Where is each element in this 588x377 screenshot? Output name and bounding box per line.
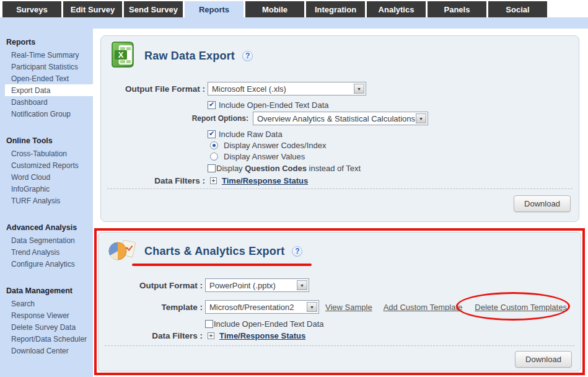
- sidebar-section-title: Reports: [0, 36, 93, 49]
- sidebar-item-data-segmentation[interactable]: Data Segmentation: [0, 234, 93, 246]
- chevron-down-icon: ▼: [416, 113, 426, 123]
- download-button[interactable]: Download: [514, 195, 571, 212]
- tab-surveys[interactable]: Surveys: [2, 1, 61, 17]
- include-open-ended-checkbox[interactable]: [205, 320, 213, 328]
- output-file-format-select[interactable]: Microsoft Excel (.xls) ▼: [208, 82, 366, 95]
- template-label: Template :: [99, 303, 203, 312]
- sidebar-section-reports: Reports Real-Time Summary Participant St…: [0, 36, 93, 120]
- question-codes-row: Display Question Codes instead of Text: [208, 164, 361, 173]
- data-filters-row: Data Filters : + Time/Response Status: [101, 176, 308, 185]
- sidebar-item-open-ended-text[interactable]: Open-Ended Text: [0, 73, 93, 84]
- charts-analytics-export-panel: Charts & Analytics Export ? Output Forma…: [98, 232, 581, 371]
- question-codes-label: Display Question Codes instead of Text: [216, 164, 361, 173]
- time-response-status-link[interactable]: Time/Response Status: [222, 176, 308, 185]
- answer-values-row: Display Answer Values: [210, 152, 305, 161]
- sidebar-item-download-center[interactable]: Download Center: [0, 345, 93, 357]
- include-open-ended-label: Include Open-Ended Text Data: [214, 319, 324, 329]
- data-filters-label: Data Filters :: [99, 331, 203, 340]
- sidebar-item-configure-analytics[interactable]: Configure Analytics: [0, 258, 93, 270]
- top-nav: Surveys Edit Survey Send Survey Reports …: [0, 0, 588, 17]
- view-sample-link[interactable]: View Sample: [325, 303, 372, 312]
- help-icon[interactable]: ?: [242, 51, 253, 61]
- display-answer-codes-radio[interactable]: [210, 141, 218, 149]
- download-button[interactable]: Download: [515, 351, 572, 368]
- red-annotation-rectangle: Charts & Analytics Export ? Output Forma…: [94, 228, 585, 375]
- tab-integration[interactable]: Integration: [306, 1, 365, 17]
- report-options-label: Report Options:: [101, 114, 248, 123]
- chevron-down-icon: ▼: [354, 84, 364, 94]
- tab-send-survey[interactable]: Send Survey: [124, 1, 183, 17]
- tab-mobile[interactable]: Mobile: [245, 1, 304, 17]
- sidebar-item-search[interactable]: Search: [0, 298, 93, 309]
- charts-export-header: Charts & Analytics Export ?: [107, 237, 302, 265]
- sidebar-item-delete-survey-data[interactable]: Delete Survey Data: [0, 321, 93, 333]
- pie-chart-icon: [107, 237, 137, 265]
- display-answer-values-label: Display Answer Values: [224, 152, 305, 161]
- tab-panels[interactable]: Panels: [428, 1, 486, 17]
- sidebar-section-advanced-analysis: Advanced Analysis Data Segmentation Tren…: [0, 221, 93, 270]
- sidebar-item-cross-tabulation[interactable]: Cross-Tabulation: [0, 148, 93, 159]
- output-file-format-label: Output File Format :: [101, 84, 205, 94]
- help-icon[interactable]: ?: [292, 246, 302, 257]
- include-open-ended-label: Include Open-Ended Text Data: [219, 100, 329, 110]
- sidebar-item-word-cloud[interactable]: Word Cloud: [0, 171, 93, 183]
- display-answer-values-radio[interactable]: [210, 153, 218, 161]
- divider: [107, 188, 573, 189]
- sidebar-section-data-management: Data Management Search Response Viewer D…: [0, 285, 93, 357]
- output-format-label: Output Format :: [99, 281, 203, 290]
- expand-plus-icon[interactable]: +: [210, 177, 217, 184]
- sidebar-item-report-data-scheduler[interactable]: Report/Data Scheduler: [0, 333, 93, 345]
- sidebar: Reports Real-Time Summary Participant St…: [0, 29, 93, 377]
- nav-underline-strip: [0, 17, 588, 29]
- sidebar-item-participant-statistics[interactable]: Participant Statistics: [0, 61, 93, 73]
- report-options-select[interactable]: Overview Analytics & Statistical Calcula…: [253, 112, 428, 125]
- question-codes-checkbox[interactable]: [208, 164, 216, 172]
- output-format-row: Output Format : PowerPoint (.pptx) ▼: [99, 278, 309, 292]
- tab-analytics[interactable]: Analytics: [367, 1, 426, 17]
- template-value: Microsoft/Presentation2: [206, 303, 307, 312]
- tab-edit-survey[interactable]: Edit Survey: [63, 1, 122, 17]
- sidebar-item-dashboard[interactable]: Dashboard: [0, 96, 93, 108]
- sidebar-item-notification-group[interactable]: Notification Group: [0, 108, 93, 120]
- sidebar-section-online-tools: Online Tools Cross-Tabulation Customized…: [0, 135, 93, 206]
- expand-plus-icon[interactable]: +: [208, 332, 214, 339]
- include-raw-data-label: Include Raw Data: [219, 130, 283, 139]
- sidebar-item-export-data[interactable]: Export Data: [5, 84, 93, 96]
- sidebar-item-real-time-summary[interactable]: Real-Time Summary: [0, 49, 93, 61]
- include-open-ended-row: Include Open-Ended Text Data: [205, 319, 324, 329]
- panel-title: Raw Data Export: [144, 50, 235, 63]
- divider: [105, 345, 574, 346]
- add-custom-template-link[interactable]: Add Custom Template: [384, 303, 463, 312]
- panel-title: Charts & Analytics Export: [144, 245, 284, 258]
- answer-codes-row: Display Answer Codes/Index: [210, 141, 326, 150]
- sidebar-item-turf-analysis[interactable]: TURF Analysis: [0, 195, 93, 206]
- sidebar-item-customized-reports[interactable]: Customized Reports: [0, 159, 93, 171]
- red-ellipse-annotation: [456, 292, 570, 321]
- raw-data-export-panel: X Raw Data Export ? Output File Format :…: [100, 35, 579, 222]
- chevron-down-icon: ▼: [307, 302, 317, 312]
- sidebar-section-title: Online Tools: [0, 135, 93, 148]
- tab-reports[interactable]: Reports: [185, 1, 244, 17]
- output-format-select[interactable]: PowerPoint (.pptx) ▼: [205, 278, 309, 292]
- svg-text:X: X: [118, 50, 124, 60]
- tab-social[interactable]: Social: [488, 1, 547, 17]
- template-select[interactable]: Microsoft/Presentation2 ▼: [205, 300, 319, 314]
- red-underline-annotation: [132, 264, 312, 266]
- page: Surveys Edit Survey Send Survey Reports …: [0, 0, 588, 377]
- include-open-ended-checkbox[interactable]: [208, 101, 216, 109]
- report-options-value: Overview Analytics & Statistical Calcula…: [253, 114, 416, 123]
- output-format-value: PowerPoint (.pptx): [206, 281, 297, 290]
- report-options-row: Report Options: Overview Analytics & Sta…: [101, 112, 428, 125]
- sidebar-item-response-viewer[interactable]: Response Viewer: [0, 309, 93, 321]
- excel-icon: X: [108, 41, 137, 71]
- include-raw-data-checkbox[interactable]: [208, 130, 216, 138]
- sidebar-section-title: Data Management: [0, 285, 93, 298]
- sidebar-item-trend-analysis[interactable]: Trend Analysis: [0, 246, 93, 258]
- data-filters-row: Data Filters : + Time/Response Status: [99, 331, 305, 340]
- data-filters-label: Data Filters :: [101, 176, 205, 185]
- include-raw-data-row: Include Raw Data: [208, 130, 283, 139]
- time-response-status-link[interactable]: Time/Response Status: [219, 331, 305, 340]
- sidebar-item-infographic[interactable]: InfoGraphic: [0, 183, 93, 195]
- output-file-format-row: Output File Format : Microsoft Excel (.x…: [101, 82, 366, 95]
- include-open-ended-row: Include Open-Ended Text Data: [208, 100, 329, 110]
